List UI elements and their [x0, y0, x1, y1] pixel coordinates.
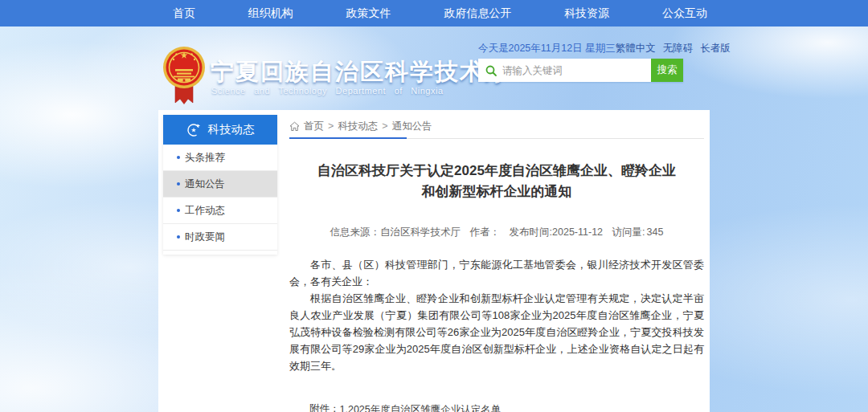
bullet-icon: [177, 156, 180, 159]
meta-views: 345: [647, 226, 664, 238]
bullet-icon: [177, 182, 180, 186]
search-button[interactable]: 搜索: [651, 59, 683, 82]
main-panel: 科技动态 头条推荐 通知公告 工作动态 时政要闻: [158, 110, 710, 412]
article-title-line1: 自治区科技厅关于认定2025年度自治区雏鹰企业、瞪羚企业: [289, 161, 704, 182]
sidebar-header: 科技动态: [163, 115, 277, 145]
sidebar-item-label: 时政要闻: [185, 230, 225, 244]
search-bar: 搜索: [478, 59, 683, 82]
page: 首页 组织机构 政策文件 政府信息公开 科技资源 公众互动 宁夏回族自: [0, 0, 868, 412]
bullet-icon: [177, 235, 180, 239]
meta-source: 自治区科学技术厅: [380, 226, 461, 238]
quick-links: 繁體中文 无障碍 长者版: [616, 42, 731, 55]
article-title-line2: 和创新型标杆企业的通知: [289, 182, 704, 202]
link-elderly-version[interactable]: 长者版: [700, 42, 731, 55]
attachments-list: 1.2025年度自治区雏鹰企业认定名单 2.2025年度自治区瞪羚企业认定名单 …: [340, 402, 531, 412]
article-title: 自治区科技厅关于认定2025年度自治区雏鹰企业、瞪羚企业 和创新型标杆企业的通知: [289, 161, 704, 202]
search-input[interactable]: [502, 65, 651, 76]
home-icon: [289, 121, 300, 132]
breadcrumb-rule: [289, 138, 704, 140]
meta-views-label: 访问量:: [612, 226, 645, 238]
meta-publish-label: 发布时间:: [510, 226, 552, 238]
article-paragraph: 根据自治区雏鹰企业、瞪羚企业和创新型标杆企业认定管理有关规定，决定认定半亩良人农…: [289, 290, 704, 374]
meta-publish-date: 2025-11-12: [552, 226, 603, 238]
sidebar-item-current-politics[interactable]: 时政要闻: [163, 224, 277, 251]
nav-item-organization[interactable]: 组织机构: [248, 6, 293, 21]
attachments: 附件： 1.2025年度自治区雏鹰企业认定名单 2.2025年度自治区瞪羚企业认…: [289, 402, 704, 412]
nav-item-resources[interactable]: 科技资源: [564, 6, 609, 21]
breadcrumb-science-dynamics[interactable]: 科技动态: [338, 120, 378, 133]
search-icon: [485, 64, 497, 77]
article-body: 各市、县（区）科技管理部门，宁东能源化工基地管委会，银川经济技术开发区管委会，各…: [289, 256, 704, 374]
breadcrumb-separator: >: [328, 120, 334, 132]
nav-item-interaction[interactable]: 公众互动: [662, 6, 707, 21]
national-emblem-logo: [163, 45, 205, 104]
nav-item-home[interactable]: 首页: [173, 6, 195, 21]
sidebar-item-notices[interactable]: 通知公告: [163, 171, 277, 198]
breadcrumb: 首页 > 科技动态 > 通知公告: [289, 116, 704, 136]
sidebar: 科技动态 头条推荐 通知公告 工作动态 时政要闻: [163, 115, 277, 255]
sidebar-item-label: 头条推荐: [185, 151, 225, 165]
sidebar-title: 科技动态: [208, 122, 255, 137]
meta-author-label: 作者：: [470, 226, 501, 238]
science-dynamics-icon: [186, 123, 201, 137]
attachments-label: 附件：: [309, 402, 340, 412]
bullet-icon: [177, 209, 180, 212]
active-divider: [289, 137, 407, 139]
attachment-link-1[interactable]: 1.2025年度自治区雏鹰企业认定名单: [340, 402, 531, 412]
nav-item-policy[interactable]: 政策文件: [346, 6, 391, 21]
top-nav: 首页 组织机构 政策文件 政府信息公开 科技资源 公众互动: [0, 0, 868, 27]
sidebar-item-label: 工作动态: [185, 204, 225, 218]
top-nav-items: 首页 组织机构 政策文件 政府信息公开 科技资源 公众互动: [173, 0, 707, 27]
meta-source-label: 信息来源：: [330, 226, 381, 238]
site-subtitle: Science and Technology Department of Nin…: [211, 86, 452, 96]
breadcrumb-separator: >: [382, 120, 387, 132]
sidebar-item-headlines[interactable]: 头条推荐: [163, 145, 277, 171]
current-date: 今天是2025年11月12日 星期三: [478, 42, 616, 55]
breadcrumb-home[interactable]: 首页: [304, 120, 324, 133]
link-accessibility[interactable]: 无障碍: [663, 42, 694, 55]
link-traditional-chinese[interactable]: 繁體中文: [616, 42, 656, 55]
header-utility-row: 今天是2025年11月12日 星期三 繁體中文 无障碍 长者版: [478, 42, 702, 55]
breadcrumb-notices[interactable]: 通知公告: [392, 120, 432, 133]
sidebar-item-label: 通知公告: [185, 177, 225, 191]
article-meta: 信息来源：自治区科学技术厅 作者： 发布时间:2025-11-12 访问量:34…: [289, 226, 704, 239]
sidebar-item-work-dynamics[interactable]: 工作动态: [163, 198, 277, 224]
nav-item-gov-info[interactable]: 政府信息公开: [444, 6, 511, 21]
article-paragraph: 各市、县（区）科技管理部门，宁东能源化工基地管委会，银川经济技术开发区管委会，各…: [289, 256, 704, 290]
content-area: 首页 > 科技动态 > 通知公告 自治区科技厅关于认定2025年度自治区雏鹰企业…: [289, 116, 704, 412]
